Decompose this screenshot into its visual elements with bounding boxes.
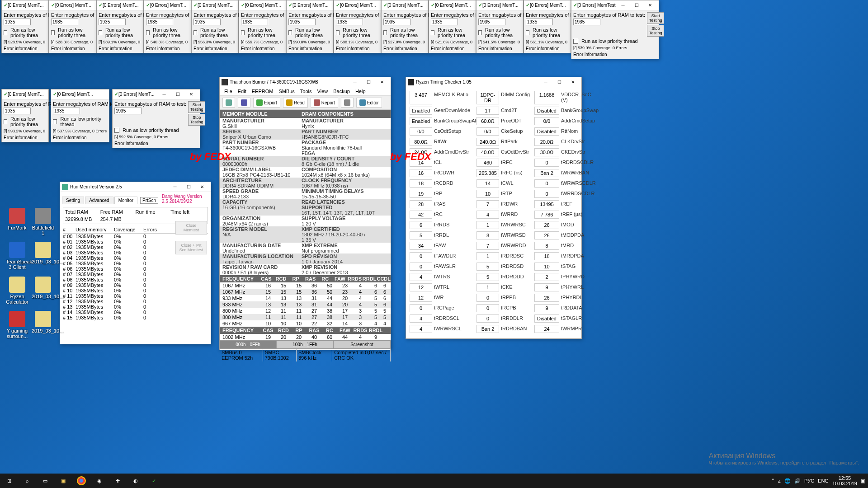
export-button[interactable]: Export xyxy=(253,98,280,108)
stop-button[interactable]: Stop Testing xyxy=(188,114,206,126)
ram-input[interactable] xyxy=(114,108,142,114)
titlebar[interactable]: Run MemTest Version 2.5 ─ ☐ ✕ xyxy=(60,182,211,192)
bottombar-tab[interactable]: 000h - 0FFh xyxy=(220,341,277,348)
explorer-icon[interactable]: ▣ xyxy=(54,474,72,488)
minimize-button[interactable]: ─ xyxy=(157,90,171,99)
task-view-icon[interactable]: ▭ xyxy=(36,474,54,488)
close-button[interactable]: ✕ xyxy=(375,78,389,87)
lowprio-checkbox[interactable] xyxy=(288,30,292,35)
tab-monitor[interactable]: Monitor xyxy=(114,197,137,204)
minimize-button[interactable]: ─ xyxy=(168,183,182,192)
memtest-window[interactable]: ✓ [0 Errors] MemT... ─☐✕ Enter megabytes… xyxy=(112,89,200,148)
chrome-icon[interactable] xyxy=(77,476,86,485)
run-memtest-window[interactable]: Run MemTest Version 2.5 ─ ☐ ✕ Setting Ad… xyxy=(60,182,211,344)
desktop-icon[interactable]: TeamSpeak 3 Client xyxy=(6,242,28,270)
memtest-window[interactable]: ✓ [0 Errors] MemT... Enter megabytes of … xyxy=(96,0,144,53)
maximize-button[interactable]: ☐ xyxy=(171,90,184,99)
desktop-icon[interactable]: 2019_03_10... xyxy=(32,242,54,264)
lowprio-checkbox[interactable] xyxy=(573,39,578,44)
menu-file[interactable]: File xyxy=(224,89,232,94)
tab-advanced[interactable]: Advanced xyxy=(85,197,113,204)
desktop-icon[interactable]: 2019_03_10... xyxy=(32,277,54,299)
start-button[interactable]: Start Testing xyxy=(647,12,665,24)
close-button[interactable]: ✕ xyxy=(195,183,209,192)
lowprio-checkbox[interactable] xyxy=(336,30,340,35)
tray-icon[interactable]: ˄ xyxy=(772,478,774,484)
maximize-button[interactable]: ☐ xyxy=(182,183,195,192)
desktop-icon[interactable]: 2019_03_10... xyxy=(32,311,54,333)
lowprio-checkbox[interactable] xyxy=(4,119,7,124)
read-button[interactable]: Read xyxy=(283,98,308,108)
lowprio-checkbox[interactable] xyxy=(114,128,119,133)
desktop-icon[interactable]: Ryzen Calculator xyxy=(6,277,28,305)
ram-input[interactable] xyxy=(336,19,363,25)
taskbar[interactable]: ⊞ ⌕ ▭ ▣ ◉ ✚ ◐ ✓ ˄ ▵ 🌐 🔊 РУС ENG 12:5510.… xyxy=(0,474,868,488)
lowprio-checkbox[interactable] xyxy=(4,30,7,35)
menu-view[interactable]: View xyxy=(317,89,328,94)
bottombar-tab[interactable]: Screenshot xyxy=(334,341,391,348)
titlebar[interactable]: ✓ [0 Errors] MemT... xyxy=(51,89,109,99)
tray-icon[interactable]: 🌐 xyxy=(784,478,791,484)
close-memtest-button[interactable]: Close Memtest xyxy=(175,221,207,235)
menu-tools[interactable]: Tools xyxy=(300,89,312,94)
lowprio-checkbox[interactable] xyxy=(99,30,102,35)
ram-input[interactable] xyxy=(526,19,553,25)
menu-smbus[interactable]: SMBus xyxy=(278,89,294,94)
system-tray[interactable]: ˄ ▵ 🌐 🔊 РУС ENG 12:5510.03.2019 ▣ xyxy=(772,475,868,486)
titlebar[interactable]: ✓ [0 Errors] MemT... xyxy=(429,0,476,10)
lowprio-checkbox[interactable] xyxy=(193,30,197,35)
titlebar[interactable]: ✓ [0 Errors] MemT... xyxy=(49,0,96,10)
memtest-window[interactable]: ✓ [0 Errors] MemT... Enter megabytes of … xyxy=(239,0,286,53)
maximize-button[interactable]: ☐ xyxy=(362,78,375,87)
notification-icon[interactable]: ▣ xyxy=(861,478,865,484)
start-button[interactable]: ⊞ xyxy=(0,474,18,488)
lang-indicator[interactable]: РУС xyxy=(804,478,814,483)
ram-input[interactable] xyxy=(288,19,316,25)
titlebar[interactable]: ✓ [0 Errors] MemT... xyxy=(382,0,428,10)
ram-input[interactable] xyxy=(146,19,173,25)
titlebar[interactable]: ✓ [0 Errors] MemT... xyxy=(144,0,191,10)
ram-input[interactable] xyxy=(99,19,126,25)
search-icon[interactable]: ⌕ xyxy=(18,474,36,488)
ram-input[interactable] xyxy=(241,19,268,25)
titlebar[interactable]: Ryzen Timing Checker 1.05 ─ ☐ ✕ xyxy=(406,77,581,87)
minimize-button[interactable]: ─ xyxy=(616,1,630,10)
memtest-window[interactable]: ✓ [0 Errors] MemT... Enter megabytes of … xyxy=(191,0,239,53)
ram-input[interactable] xyxy=(4,19,31,25)
lowprio-checkbox[interactable] xyxy=(51,30,55,35)
titlebar[interactable]: ✓ [0 Errors] MemT... xyxy=(287,0,333,10)
ram-input[interactable] xyxy=(4,108,31,114)
desktop-icon[interactable]: FurMark xyxy=(6,208,28,230)
toolbar-btn[interactable] xyxy=(238,98,250,108)
lowprio-checkbox[interactable] xyxy=(526,30,529,35)
memtest-window[interactable]: ✓ [0 Errors] MemT... Enter megabytes of … xyxy=(286,0,334,53)
titlebar[interactable]: Thaiphoon Burner / F4-3600C19-16GSXWB ─ … xyxy=(220,77,391,87)
start-button[interactable]: Start Testing xyxy=(188,101,206,113)
stop-button[interactable]: Stop Testing xyxy=(647,25,665,37)
lowprio-checkbox[interactable] xyxy=(146,30,150,35)
lowprio-checkbox[interactable] xyxy=(53,119,57,124)
memtest-window[interactable]: ✓ [0 Errors] MemT... Enter megabytes of … xyxy=(476,0,524,53)
tab-setting[interactable]: Setting xyxy=(62,197,84,204)
memtest-window[interactable]: ✓ [0 Errors] MemTest ─☐✕ Enter megabytes… xyxy=(571,0,659,59)
toolbar-btn[interactable] xyxy=(222,98,235,108)
app-icon[interactable]: ◐ xyxy=(127,474,145,488)
clock[interactable]: 12:5510.03.2019 xyxy=(832,475,857,486)
memtest-window[interactable]: ✓ [0 Errors] MemT... Enter megabytes of … xyxy=(334,0,381,53)
minimize-button[interactable]: ─ xyxy=(539,78,552,87)
thaiphoon-window[interactable]: Thaiphoon Burner / F4-3600C19-16GSXWB ─ … xyxy=(219,77,391,350)
maximize-button[interactable]: ☐ xyxy=(552,78,566,87)
desktop-icon[interactable]: Battlefield 1 xyxy=(32,208,54,236)
menu-eeprom[interactable]: EEPROM xyxy=(252,89,274,94)
menu-help[interactable]: Help xyxy=(355,89,366,94)
titlebar[interactable]: ✓ [0 Errors] MemT... ─☐✕ xyxy=(113,89,200,99)
app-icon[interactable]: ✓ xyxy=(145,474,163,488)
app-icon[interactable]: ◉ xyxy=(90,474,108,488)
close-button[interactable]: ✕ xyxy=(566,78,580,87)
app-icon[interactable]: ✚ xyxy=(108,474,127,488)
volume-icon[interactable]: 🔊 xyxy=(794,478,801,484)
lowprio-checkbox[interactable] xyxy=(478,30,482,35)
memtest-window[interactable]: ✓ [0 Errors] MemT... Enter megabytes of … xyxy=(51,89,109,142)
menu-backup[interactable]: Backup xyxy=(333,89,350,94)
lowprio-checkbox[interactable] xyxy=(383,30,387,35)
